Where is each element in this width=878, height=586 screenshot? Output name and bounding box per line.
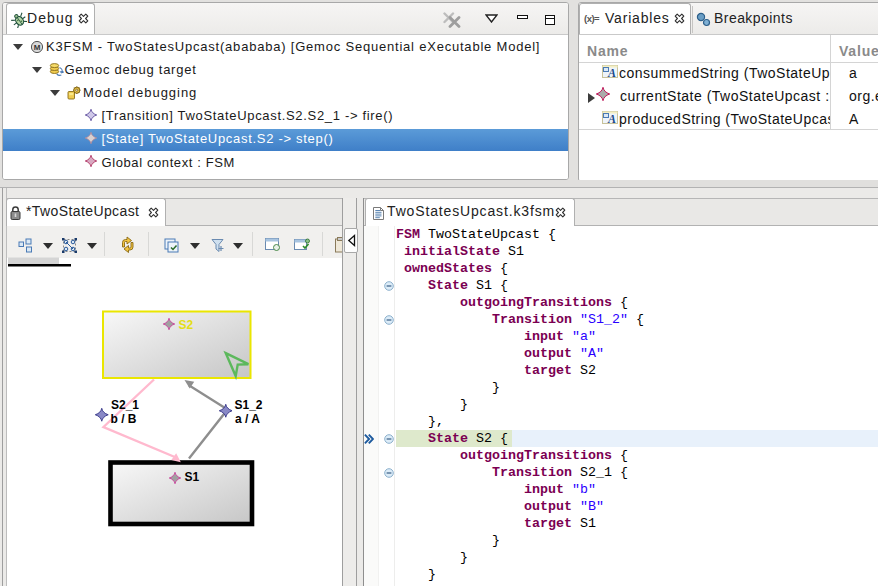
- svg-text:b / B: b / B: [111, 412, 137, 426]
- svg-text:M: M: [34, 43, 41, 52]
- svg-text:S1_2: S1_2: [235, 398, 263, 412]
- svg-text:A: A: [607, 66, 616, 79]
- svg-text:a / A: a / A: [235, 412, 260, 426]
- svg-text:S2: S2: [179, 318, 194, 332]
- svg-text:S1: S1: [185, 470, 200, 484]
- svg-text:A: A: [607, 112, 616, 125]
- svg-text:S2_1: S2_1: [111, 398, 139, 412]
